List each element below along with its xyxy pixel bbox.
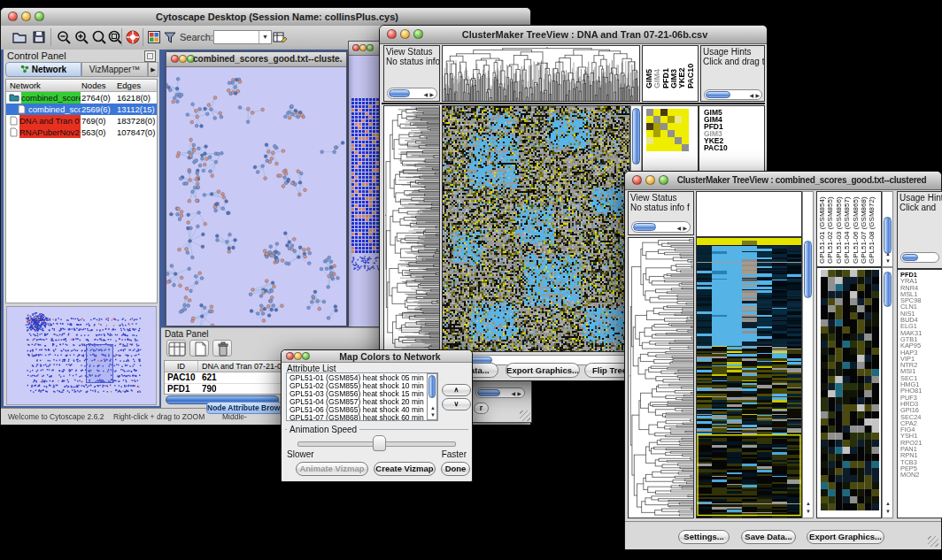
minimize-button[interactable] (179, 55, 187, 63)
network-graph-canvas[interactable] (166, 66, 346, 326)
network-view-title-bar[interactable]: combined_scores_good.txt--cluste... (166, 52, 346, 67)
table-icon[interactable] (166, 340, 186, 357)
scrollbar-thumb[interactable] (389, 89, 410, 97)
close-button[interactable] (387, 29, 397, 39)
close-button[interactable] (632, 175, 642, 185)
search-dropdown-arrow[interactable]: ▼ (259, 31, 271, 43)
attribute-table-icon[interactable] (272, 29, 288, 45)
tv2-column-label[interactable]: GPL51-01 (GSM854) (818, 196, 826, 264)
tv2-column-label[interactable]: GPL51-02 (GSM855) (826, 196, 834, 264)
close-button[interactable] (286, 352, 294, 360)
scrollbar-thumb[interactable] (804, 241, 812, 298)
tv1-column-dendrogram[interactable] (443, 46, 639, 101)
minimize-button[interactable] (359, 44, 367, 51)
resize-grip[interactable] (928, 536, 938, 547)
tv2-title-bar[interactable]: ClusterMaker TreeView : combined_scores_… (625, 172, 941, 190)
tv1-column-label[interactable]: YKE2 (678, 67, 686, 88)
tv2-row-dendrogram[interactable] (629, 238, 693, 518)
tv2-column-label[interactable]: GPL51-08 (GSM872) (868, 196, 876, 264)
move-up-button[interactable]: ∧ (442, 384, 471, 396)
dialog-title-bar[interactable]: Map Colors to Network (282, 350, 472, 363)
filter-funnel-icon[interactable] (162, 29, 178, 45)
tv2-secondary-heatmap-panel[interactable] (816, 267, 882, 518)
tv1-column-label[interactable]: PAC10 (687, 64, 695, 88)
scrollbar-thumb[interactable] (884, 217, 892, 254)
tv2-column-label[interactable]: GPL51-03 (GSM856) (835, 196, 843, 264)
grid-network-canvas[interactable] (351, 98, 382, 275)
tv2-heatmap-panel[interactable] (696, 237, 802, 518)
col-header-nodes[interactable]: Nodes (81, 80, 105, 91)
scrollbar-thumb[interactable] (902, 254, 918, 261)
tv2-row-label[interactable]: MON2 (900, 472, 942, 478)
tv1-heatmap-panel[interactable] (442, 105, 630, 352)
create-vizmap-button[interactable]: Create Vizmap (374, 462, 436, 476)
birdseye-view[interactable] (6, 306, 157, 405)
maximize-button[interactable] (367, 44, 374, 51)
tv1-column-dendrogram-panel[interactable] (442, 45, 640, 102)
scrollbar-thumb[interactable] (429, 375, 436, 398)
zoom-fit-icon[interactable] (91, 29, 107, 45)
float-panel-icon[interactable] (144, 50, 156, 62)
new-attribute-icon[interactable] (189, 340, 209, 357)
tv2-row-dendrogram-panel[interactable] (628, 237, 694, 518)
tv2-column-label[interactable]: GPL51-04 (GSM857) (843, 196, 851, 264)
tv2-collabels-vscrollbar[interactable]: ▲▼ (882, 191, 893, 267)
main-title-bar[interactable]: Cytoscape Desktop (Session Name: collins… (1, 8, 530, 27)
zoom-in-icon[interactable] (73, 29, 89, 45)
attribute-listbox[interactable]: GPL51-01 (GSM854) heat shock 05 minGPL51… (286, 372, 438, 421)
animate-vizmap-button[interactable]: Animate Vizmap (296, 462, 368, 476)
open-folder-icon[interactable] (12, 29, 27, 45)
help-lifering-icon[interactable] (125, 29, 141, 45)
scrollbar-thumb[interactable] (477, 389, 500, 396)
settings-button[interactable]: Settings... (678, 530, 730, 544)
speed-slider-thumb[interactable] (373, 435, 386, 451)
close-button[interactable] (8, 12, 18, 21)
minimize-button[interactable] (294, 352, 302, 360)
network-table-row[interactable]: RNAPuberNov2+|563(0)107847(0) (6, 127, 157, 138)
tv2-column-dendrogram-panel[interactable] (696, 191, 802, 237)
close-button[interactable] (352, 44, 359, 51)
scrollbar-thumb[interactable] (706, 91, 730, 98)
vizmapper-squares-icon[interactable] (146, 29, 162, 45)
tv1-column-label[interactable]: GIM4 (653, 69, 661, 88)
col-header-attr[interactable]: DNA and Tran 07-21-06( (202, 361, 289, 372)
tab-vizmapper[interactable]: VizMapper™ (81, 62, 148, 77)
col-header-id[interactable]: ID (177, 361, 185, 372)
tv1-title-bar[interactable]: ClusterMaker TreeView : DNA and Tran 07-… (380, 26, 767, 44)
birdseye-viewport-rect[interactable] (86, 344, 113, 383)
done-button[interactable]: Done (441, 462, 470, 476)
network-table-header[interactable]: Network Nodes Edges (6, 80, 157, 92)
network-table-row[interactable]: combined_scores2764(0)16218(0) (6, 92, 157, 104)
tv1-row-dendrogram-panel[interactable] (383, 105, 440, 352)
tv1-row-label[interactable]: PAC10 (704, 144, 764, 151)
col-header-edges[interactable]: Edges (117, 80, 141, 91)
col-header-network[interactable]: Network (10, 80, 41, 91)
save-disk-icon[interactable] (31, 29, 47, 45)
network-table-row[interactable]: combined_sco2569(6)13112(15) (6, 104, 157, 115)
tv2-heatmap-vscrollbar[interactable]: ▲▼ (802, 191, 814, 518)
delete-attribute-icon[interactable] (212, 340, 232, 357)
tv2-column-label[interactable]: GPL51-06 (GSM865) (852, 196, 860, 264)
tv2-secondary-heatmap[interactable] (821, 270, 879, 510)
tv2-secondary-vscrollbar[interactable]: ▲▼ (882, 267, 893, 518)
view-status-scrollbar[interactable]: ◀▶ (387, 88, 437, 99)
move-down-button[interactable]: ∨ (442, 398, 471, 410)
zoom-out-icon[interactable] (56, 29, 72, 45)
tv2-heatmap[interactable] (697, 238, 801, 518)
tv1-heatmap[interactable] (443, 106, 629, 351)
tab-overflow-arrow[interactable]: ▶ (148, 62, 158, 77)
view-status-scrollbar[interactable]: ◀▶ (631, 221, 691, 233)
export-graphics-button[interactable]: Export Graphics... (807, 530, 884, 544)
usage-hints-scrollbar[interactable] (900, 252, 939, 263)
attribute-list-vscrollbar[interactable]: ▲▼ (427, 373, 437, 420)
tab-network[interactable]: Network (5, 62, 81, 77)
close-button[interactable] (171, 55, 179, 63)
fragment-button[interactable]: r (474, 403, 489, 414)
network-table-row[interactable]: DNA and Tran 07769(0)183728(0) (6, 115, 157, 127)
scrollbar-thumb[interactable] (632, 108, 640, 165)
usage-hints-scrollbar[interactable]: ◀▶ (704, 89, 762, 100)
attribute-list-item[interactable]: GPL51-07 (GSM868) heat shock 60 min (287, 414, 437, 421)
fragment-hscrollbar[interactable]: ◀▶ (475, 387, 525, 398)
tv1-mini-heatmap[interactable] (646, 109, 689, 151)
minimize-button[interactable] (645, 175, 655, 185)
